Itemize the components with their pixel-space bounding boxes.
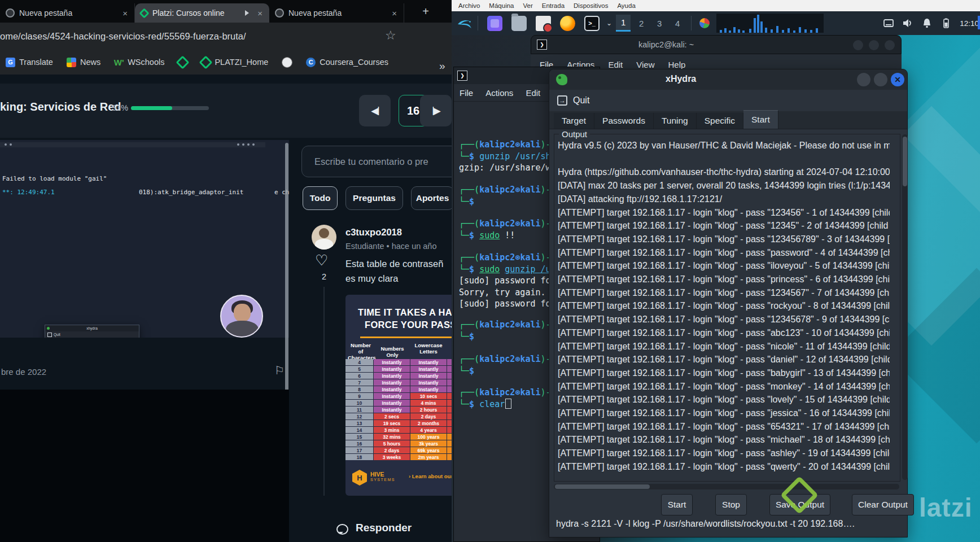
next-class-button[interactable]: |▶: [420, 95, 452, 126]
terminal-menu-Edit[interactable]: Edit: [526, 88, 540, 98]
folder-icon[interactable]: [511, 16, 527, 31]
cell-numbers-only: Instantly: [374, 400, 410, 406]
xhydra-tab-Specific[interactable]: Specific: [697, 113, 743, 129]
content-scrollbar[interactable]: [285, 143, 288, 408]
xhydra-tab-Start[interactable]: Start: [743, 110, 778, 129]
xhydra-tab-Passwords[interactable]: Passwords: [594, 113, 654, 129]
tab-platzi-active[interactable]: Platzi: Cursos online ×: [135, 3, 269, 23]
button-stop[interactable]: Stop: [715, 494, 747, 515]
kali-logo-icon[interactable]: [456, 15, 473, 32]
virtualbox-menubar: ArchivoMáquinaVerEntradaDispositivosAyud…: [452, 0, 980, 11]
bookmark-Coursera_Courses[interactable]: CCoursera_Courses: [306, 58, 388, 67]
like-heart-icon[interactable]: ♡: [315, 252, 328, 269]
vbox-menu-Entrada[interactable]: Entrada: [542, 2, 565, 9]
cell-numbers-only: 2 days: [374, 447, 410, 453]
vbox-menu-Ver[interactable]: Ver: [523, 2, 532, 9]
tab-audio-icon[interactable]: [245, 10, 252, 16]
bookmarks-overflow-icon[interactable]: »: [439, 60, 445, 72]
scrollbar-thumb[interactable]: [903, 137, 907, 186]
xhydra-tab-Tuning[interactable]: Tuning: [654, 113, 697, 129]
terminal-menu-Edit[interactable]: Edit: [608, 60, 623, 69]
filter-todo[interactable]: Todo: [303, 186, 338, 210]
platzi-icon: [139, 8, 149, 18]
maximize-button[interactable]: [874, 73, 887, 86]
cell-lowercase: 4 mins: [410, 400, 447, 406]
cell-chars: 11: [345, 406, 373, 413]
bookmark-PLATZI_Home[interactable]: PLATZI_Home: [201, 58, 268, 67]
terminal-menu-View[interactable]: View: [636, 60, 654, 69]
commenter-name[interactable]: c3tuxpo2018: [345, 227, 402, 238]
workspace-switcher: 1234: [614, 15, 686, 32]
bookmark-platzi[interactable]: [178, 58, 187, 67]
close-tab-icon[interactable]: ×: [391, 8, 398, 18]
report-flag-icon[interactable]: ⚐: [274, 364, 285, 377]
battery-icon[interactable]: [940, 18, 952, 29]
file-manager-icon[interactable]: [487, 16, 502, 31]
button-start[interactable]: Start: [661, 494, 693, 515]
workspace-1[interactable]: 1: [616, 15, 631, 32]
firefox-icon[interactable]: [560, 16, 575, 31]
bookmark-star-icon[interactable]: ☆: [385, 28, 396, 43]
cell-lowercase: 4 years: [410, 427, 447, 433]
terminal-titlebar[interactable]: ❯ kalipc2@kali: ~: [531, 35, 902, 54]
cell-chars: 5: [345, 366, 373, 372]
terminal-text: ┌──(: [459, 320, 479, 330]
output-label: Output: [559, 129, 590, 139]
cell-numbers-only: Instantly: [374, 373, 410, 379]
workspace-3[interactable]: 3: [652, 15, 667, 32]
clock[interactable]: 12:10: [960, 19, 979, 28]
minimize-button[interactable]: [857, 73, 870, 86]
reply-bubble-icon[interactable]: [336, 524, 348, 535]
output-attempt-line: [ATTEMPT] target 192.168.1.17 - login "k…: [558, 326, 890, 340]
terminal-launcher-icon[interactable]: >_: [584, 16, 600, 31]
maximize-button[interactable]: [869, 40, 879, 50]
terminal-menu-Actions[interactable]: Actions: [485, 88, 513, 98]
vbox-menu-Archivo[interactable]: Archivo: [458, 2, 480, 9]
button-clear-output[interactable]: Clear Output: [852, 494, 914, 515]
xhydra-tab-Target[interactable]: Target: [554, 113, 594, 129]
bookmark-News[interactable]: News: [67, 58, 100, 67]
tab-nueva-pestana-1[interactable]: Nueva pestaña ×: [0, 3, 135, 23]
document-icon[interactable]: [536, 16, 551, 31]
terminal-menu-Help[interactable]: Help: [668, 60, 685, 69]
filter-aportes[interactable]: Aportes: [411, 186, 454, 210]
bookmark-WSchools[interactable]: W'WSchools: [114, 58, 164, 67]
cpu-graph[interactable]: [716, 14, 824, 33]
close-tab-icon[interactable]: ×: [121, 8, 129, 18]
xhydra-window[interactable]: xHydra ✕ → Quit TargetPasswordsTuningSpe…: [549, 69, 908, 537]
volume-icon[interactable]: [902, 18, 913, 29]
quit-menu-item[interactable]: Quit: [573, 95, 589, 106]
previous-class-button[interactable]: ◀|: [359, 95, 391, 126]
workspace-4[interactable]: 4: [670, 15, 685, 32]
address-bar[interactable]: ome/clases/4524-hacking-servicios-red/55…: [0, 29, 384, 43]
xhydra-titlebar[interactable]: xHydra ✕: [549, 69, 907, 90]
new-tab-button[interactable]: +: [419, 5, 432, 18]
color-applet-icon[interactable]: [699, 18, 710, 28]
chevron-down-icon[interactable]: ⌄: [606, 19, 612, 27]
minimize-button[interactable]: [853, 40, 863, 50]
terminal-menu-File[interactable]: File: [460, 88, 473, 98]
bookmark-Translate[interactable]: GTranslate: [6, 58, 53, 67]
reply-button[interactable]: Responder: [356, 522, 412, 534]
tab-nueva-pestana-2[interactable]: Nueva pestaña ×: [269, 3, 404, 23]
horizontal-scrollbar[interactable]: [554, 484, 899, 489]
comment-meta: Estudiante • hace un año: [345, 242, 436, 251]
vbox-menu-Máquina[interactable]: Máquina: [489, 2, 514, 9]
terminal-text: sudo: [479, 230, 500, 241]
bookmark-globe[interactable]: [282, 57, 292, 68]
filter-preguntas[interactable]: Preguntas: [345, 186, 403, 210]
close-tab-icon[interactable]: ×: [256, 8, 264, 18]
terminal-text: kali: [520, 185, 540, 195]
workspace-2[interactable]: 2: [634, 15, 649, 32]
output-log[interactable]: Hydra v9.5 (c) 2023 by van Hauser/THC & …: [558, 139, 890, 478]
vbox-menu-Ayuda[interactable]: Ayuda: [617, 2, 635, 9]
video-player[interactable]: Failed to load module "gail" **: 12:49:4…: [0, 140, 289, 338]
vertical-scrollbar[interactable]: [902, 134, 908, 480]
close-button[interactable]: [885, 40, 895, 50]
keyboard-icon[interactable]: [883, 18, 894, 29]
close-button[interactable]: ✕: [891, 73, 904, 86]
notification-bell-icon[interactable]: [921, 18, 933, 29]
vbox-menu-Dispositivos[interactable]: Dispositivos: [574, 2, 608, 9]
video-bar-icons: [237, 143, 255, 146]
scrollbar-thumb[interactable]: [555, 484, 650, 489]
